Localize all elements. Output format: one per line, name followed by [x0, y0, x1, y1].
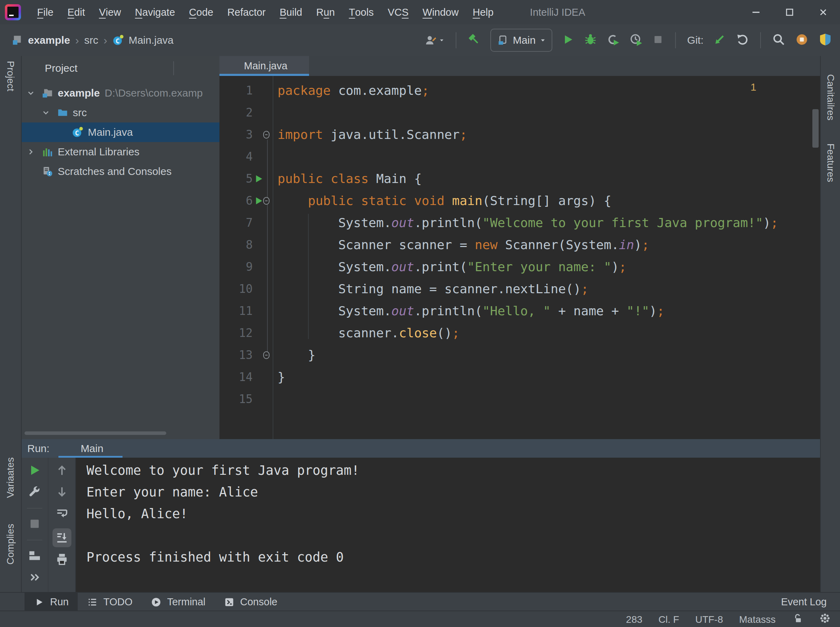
maximize-button[interactable]: [773, 0, 806, 25]
code-line-4[interactable]: 4: [219, 146, 814, 168]
chevron-down-icon[interactable]: [789, 81, 801, 93]
code-line-3[interactable]: 3import java.util.Scanner;: [219, 123, 814, 146]
locate-file-icon[interactable]: [134, 63, 145, 74]
debug-button[interactable]: [584, 33, 597, 47]
toolwindow-tab-complies[interactable]: Complies: [5, 524, 16, 565]
run-line-icon[interactable]: [254, 173, 264, 184]
status-item-3[interactable]: Matasss: [739, 614, 775, 625]
status-item-2[interactable]: UTF-8: [695, 614, 723, 625]
collapse-all-icon[interactable]: [154, 63, 164, 74]
toolwindow-switcher-icon[interactable]: [6, 614, 17, 625]
toolwindow-tab-features[interactable]: Features: [825, 143, 836, 182]
search-everywhere-button[interactable]: [772, 33, 785, 47]
fold-marker-icon[interactable]: [263, 351, 270, 360]
code-line-15[interactable]: 15: [219, 388, 814, 410]
menu-code[interactable]: Code: [182, 0, 220, 25]
inspection-widget[interactable]: 1: [732, 81, 801, 93]
code-line-2[interactable]: 2: [219, 101, 814, 123]
toolwindow-tab-project[interactable]: Project: [5, 61, 16, 91]
console-output[interactable]: Welcome to your first Java program! Ente…: [76, 458, 821, 592]
rerun-icon[interactable]: [28, 463, 42, 477]
close-icon[interactable]: [108, 445, 115, 452]
code-line-1[interactable]: 1package com.example;: [219, 79, 814, 101]
toolwindow-tab-console[interactable]: Console: [214, 593, 286, 611]
git-update-button[interactable]: [713, 33, 726, 47]
restore-layout-icon[interactable]: [28, 549, 42, 562]
menu-tools[interactable]: Tools: [342, 0, 381, 25]
code-line-13[interactable]: 13 }: [219, 344, 814, 366]
arrow-up-icon[interactable]: [55, 463, 69, 477]
menu-build[interactable]: Build: [273, 0, 309, 25]
menu-refactor[interactable]: Refactor: [220, 0, 273, 25]
breadcrumb-src[interactable]: src: [84, 34, 98, 46]
chevron-down-icon[interactable]: [41, 108, 50, 117]
fold-marker-icon[interactable]: [263, 130, 270, 139]
run-button[interactable]: [562, 33, 574, 47]
tree-item-scratches-and-consoles[interactable]: Scratches and Consoles: [21, 162, 219, 181]
menu-window[interactable]: Window: [416, 0, 465, 25]
gear-icon[interactable]: [183, 63, 194, 74]
printer-icon[interactable]: [55, 552, 69, 566]
toolwindow-tab-terminal[interactable]: Terminal: [142, 593, 214, 611]
breadcrumb-example[interactable]: example: [12, 34, 70, 46]
status-item-0[interactable]: 283: [626, 614, 643, 625]
toolwindow-tab-variaates[interactable]: Variaates: [5, 457, 16, 498]
tree-item-src[interactable]: src: [21, 103, 219, 123]
gear-icon[interactable]: [767, 443, 779, 455]
event-log-button[interactable]: Event Log: [764, 596, 827, 608]
menu-vcs[interactable]: VCS: [381, 0, 416, 25]
editor-tab-main-java[interactable]: Main.java: [219, 56, 309, 76]
chevron-down-icon[interactable]: [26, 88, 35, 98]
soft-wrap-icon[interactable]: [55, 507, 69, 521]
fold-marker-icon[interactable]: [263, 196, 270, 205]
toolwindow-tab-run[interactable]: Run: [25, 593, 78, 611]
profiler-button[interactable]: [629, 33, 643, 47]
code-line-5[interactable]: 5public class Main {: [219, 168, 814, 190]
breadcrumb-main-java[interactable]: CMain.java: [112, 34, 173, 46]
code-line-14[interactable]: 14}: [219, 366, 814, 388]
settings-wrench-icon[interactable]: [28, 485, 42, 499]
toolwindow-tab-todo[interactable]: TODO: [78, 593, 142, 611]
editor-scrollbar[interactable]: [812, 109, 819, 148]
minimize-button[interactable]: [739, 0, 773, 25]
scroll-end-icon[interactable]: [52, 528, 71, 547]
editor-body[interactable]: 1package com.example;23import java.util.…: [219, 76, 821, 439]
coverage-button[interactable]: [607, 33, 620, 47]
close-button[interactable]: [806, 0, 840, 25]
more-icon[interactable]: [28, 570, 42, 584]
folder-icon[interactable]: [5, 98, 16, 110]
hide-panel-icon[interactable]: [795, 443, 806, 454]
stop-icon[interactable]: [28, 517, 42, 531]
sync-button[interactable]: [795, 33, 809, 48]
build-button[interactable]: [468, 33, 481, 47]
chevron-up-icon[interactable]: [767, 81, 779, 93]
hide-panel-icon[interactable]: [203, 63, 213, 74]
menu-view[interactable]: View: [92, 0, 128, 25]
lock-toggle[interactable]: [792, 613, 803, 626]
rollback-button[interactable]: [736, 33, 749, 47]
arrow-down-icon[interactable]: [55, 485, 69, 499]
layout-squares-icon[interactable]: [5, 506, 16, 516]
chevron-right-icon[interactable]: [26, 147, 35, 156]
toolwindow-tab-canitailres[interactable]: Canitailres: [825, 74, 836, 120]
close-icon[interactable]: [292, 62, 301, 70]
menu-file[interactable]: File: [30, 0, 61, 25]
menu-edit[interactable]: Edit: [61, 0, 92, 25]
menu-run[interactable]: Run: [309, 0, 342, 25]
code-line-6[interactable]: 6 public static void main(String[] args)…: [219, 190, 814, 212]
settings-flower-button[interactable]: [819, 612, 831, 627]
tree-item-main-java[interactable]: CMain.java: [21, 123, 219, 142]
horizontal-scrollbar[interactable]: [25, 432, 166, 435]
status-item-1[interactable]: Cl. F: [658, 614, 679, 625]
menu-help[interactable]: Help: [465, 0, 501, 25]
tree-item-example[interactable]: exampleD:\Dsers\com.examp: [21, 83, 219, 103]
star-icon[interactable]: [5, 571, 16, 583]
project-panel-title[interactable]: Project: [45, 62, 77, 74]
chevron-down-icon[interactable]: [82, 65, 90, 72]
tree-item-external-libraries[interactable]: External Libraries: [21, 142, 219, 162]
panels-icon[interactable]: [825, 129, 836, 140]
menu-navigate[interactable]: Navigate: [128, 0, 182, 25]
charts-icon[interactable]: [825, 60, 836, 71]
user-settings-button[interactable]: [424, 34, 444, 47]
shield-button[interactable]: [818, 33, 832, 48]
